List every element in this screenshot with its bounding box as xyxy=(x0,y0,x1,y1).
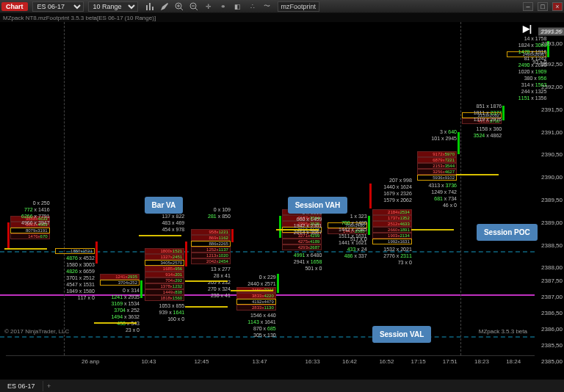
price-tick: 2389,50 xyxy=(541,197,563,203)
scatter-icon[interactable]: ∴ xyxy=(248,2,257,11)
footprint-bar[interactable]: 708 x 14801442 x 25851 x 323700 x 148014… xyxy=(326,22,369,355)
cluster-text: 0 x 3141241 x 29353169 x 15343704 x 2521… xyxy=(100,287,140,333)
footprint-bar[interactable]: 9172 x 59706879 x 72212153 x 35443256 x … xyxy=(416,22,458,355)
footprint-bar[interactable]: 3069 x 14842137 x 25142395 x 25353513 x … xyxy=(281,22,323,355)
range-select[interactable]: 10 Range xyxy=(88,1,138,12)
crosshair-icon[interactable]: ✛ xyxy=(204,2,213,11)
cluster-text-below: 1532 x 20212776 x 231173 x 0 xyxy=(372,246,412,266)
candle-body xyxy=(231,229,234,242)
zoom-out-icon[interactable] xyxy=(189,2,198,11)
price-axis[interactable]: 2393.25 2393,502393,002392,502392,002391… xyxy=(535,22,564,355)
chart-area[interactable]: ▶| 9888 x 46336861 x 45838079 x 31911476… xyxy=(0,22,564,366)
cluster-text-below: 4313 x 37361249 x 742681 x 73446 x 0 xyxy=(417,182,457,208)
cluster-text: 0 x 109281 x 850 xyxy=(191,206,231,229)
cluster-text: 1 x 323700 x 14801442 x 25851511 x 16311… xyxy=(328,213,367,222)
cluster-row: 2660 x 1891 xyxy=(372,227,412,233)
chart-tag: Chart xyxy=(1,2,28,11)
volume-cluster: 1850 x 1521 xyxy=(55,248,95,254)
link-icon[interactable]: ⚭ xyxy=(219,2,228,11)
price-tick: 2386,00 xyxy=(541,326,563,333)
window-max-icon[interactable]: □ xyxy=(538,2,548,11)
plot-region[interactable]: 9888 x 46336861 x 45838079 x 31911476 x … xyxy=(6,22,535,355)
data-icon[interactable]: ◧ xyxy=(234,2,242,11)
tab-add-button[interactable]: + xyxy=(43,382,55,390)
window-min-icon[interactable]: – xyxy=(523,2,533,11)
footprint-bar[interactable]: 1241 x 29353704 x 2520 x 3141241 x 29353… xyxy=(98,22,141,355)
footprint-bar[interactable]: 2153 x 20824313 x 3736851 x 18761811 x 2… xyxy=(460,22,503,355)
price-tick: 2387,00 xyxy=(541,294,563,300)
volume-cluster: 1241 x 29353704 x 252 xyxy=(100,274,140,286)
instrument-select[interactable]: ES 06-17 xyxy=(32,1,84,12)
bar-level-dash xyxy=(276,229,319,231)
indicator-icon[interactable]: 〜 xyxy=(263,2,272,11)
cluster-row: 1737 x 1352 xyxy=(372,215,412,221)
time-tick: 16:52 xyxy=(379,358,394,365)
candle-body xyxy=(368,216,370,235)
price-tick: 2389,00 xyxy=(541,219,563,225)
pencil-icon[interactable] xyxy=(160,2,169,11)
footprint-bar[interactable]: 1850 x 15214876 x 45321580 x 30034826 x … xyxy=(54,22,96,355)
time-tick: 13:47 xyxy=(253,358,267,365)
mzpack-label: MZpack 3.5.3 beta xyxy=(479,328,527,335)
price-tick: 2388,00 xyxy=(541,264,563,271)
cluster-row: 1992 x 1631 xyxy=(372,239,412,244)
bar-level-dash xyxy=(231,290,273,291)
bar-level-dash xyxy=(185,280,228,282)
candle-body xyxy=(185,242,187,266)
footprint-bar[interactable]: 958 x 1221869 x 1162886 x 22651252 x 113… xyxy=(189,22,232,355)
cluster-row: 4275 x 4189 xyxy=(282,239,322,244)
cluster-text-below: 1546 x 4401143 x 1641870 x 685305 x 130 xyxy=(236,312,276,338)
chart-title: MZpack NT8.mzFootprint 3.5.3 beta[ES 06-… xyxy=(0,13,564,22)
volume-cluster: 958 x 1221869 x 1162886 x 22651252 x 113… xyxy=(191,229,231,264)
cluster-row: 2153 x 3544 xyxy=(417,163,457,169)
cluster-row: 3256 x 4627 xyxy=(417,169,457,175)
zoom-in-icon[interactable] xyxy=(175,2,184,11)
cluster-row: 704 x 292 xyxy=(145,277,184,283)
session-val-callout: Session VAL xyxy=(372,326,431,343)
tab-instrument[interactable]: ES 06-17 xyxy=(0,381,43,391)
footprint-bar[interactable]: 9888 x 46336861 x 45838079 x 31911476 x … xyxy=(9,22,51,355)
footprint-bar[interactable]: 1800 x 15211327 x 24513405 x 25701685 x … xyxy=(143,22,186,355)
bars-icon[interactable] xyxy=(145,2,154,11)
svg-rect-2 xyxy=(152,7,153,10)
cluster-row: 1818 x 1560 xyxy=(145,295,184,301)
price-tick: 2393,00 xyxy=(541,40,563,46)
cluster-row: 1327 x 2451 xyxy=(145,254,184,260)
cluster-row: 3405 x 2570 xyxy=(145,260,184,266)
svg-rect-0 xyxy=(146,5,148,10)
cluster-row: 1800 x 1521 xyxy=(145,248,184,254)
cluster-row: 914 x 201 xyxy=(145,272,184,277)
candle-body xyxy=(277,274,279,293)
window-close-icon[interactable]: × xyxy=(552,2,563,11)
price-tick: 2385,50 xyxy=(541,342,563,349)
time-tick: 10:43 xyxy=(141,358,156,365)
bar-level-dash xyxy=(185,306,228,308)
cluster-row: 3704 x 252 xyxy=(100,280,140,286)
cluster-row: 9172 x 5970 xyxy=(417,151,457,157)
time-tick: 18:23 xyxy=(474,358,489,365)
cluster-row: 1850 x 1521 xyxy=(55,248,95,254)
cluster-row: 2833 x 1130 xyxy=(236,305,276,311)
price-tick: 2385,00 xyxy=(541,358,563,365)
time-tick: 16:42 xyxy=(342,358,357,365)
cluster-row: 1378 x 1232 xyxy=(145,283,184,289)
indicator-name[interactable]: mzFootprint xyxy=(278,1,320,12)
cluster-text: 4876 x 45321580 x 30034826 x 66593701 x … xyxy=(55,255,95,301)
footprint-bar[interactable]: 3459 x 32443833 x 42204192 x 44792833 x … xyxy=(235,22,278,355)
cluster-text-below: 4991 x 64802941 x 1658501 x 0 xyxy=(282,252,322,272)
price-tick: 2391,00 xyxy=(541,128,563,135)
footprint-bar[interactable]: 2184 x 25341737 x 13522512 x 46332660 x … xyxy=(371,22,413,355)
cluster-text: 851 x 18761811 x 23771319 x 2976 xyxy=(462,103,502,112)
bar-va-callout: Bar VA xyxy=(145,197,184,214)
cluster-text: 137 x 822483 x 469454 x 978 xyxy=(145,213,184,248)
cluster-row: 886 x 2265 xyxy=(191,241,231,247)
price-tick: 2386,50 xyxy=(541,310,563,316)
cluster-row: 1476 x 670 xyxy=(10,233,50,239)
bar-level-dash xyxy=(411,229,454,231)
cluster-text: 0 x 2292440 x 2571 xyxy=(236,274,276,287)
bar-level-dash xyxy=(4,248,47,250)
price-tick: 2392,50 xyxy=(541,61,563,68)
time-axis[interactable]: 26 anp10:4312:4513:4716:3316:4216:5217:1… xyxy=(6,355,535,366)
time-tick: 18:24 xyxy=(506,358,521,365)
volume-cluster: 2184 x 25341737 x 13522512 x 46332660 x … xyxy=(372,209,412,244)
